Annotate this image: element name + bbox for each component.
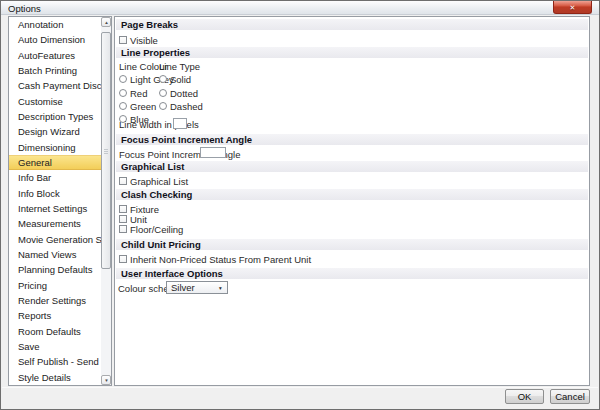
sidebar-item-named-views[interactable]: Named Views	[9, 247, 101, 262]
chevron-down-icon: ▼	[218, 285, 223, 291]
floor-ceiling-checkbox[interactable]	[119, 225, 127, 233]
sidebar-item-movie-generation-settings[interactable]: Movie Generation Settings	[9, 232, 101, 247]
radio-dashed[interactable]	[159, 102, 167, 110]
section-header-page-breaks: Page Breaks	[116, 19, 588, 30]
section-header-line-properties: Line Properties	[116, 47, 588, 58]
sidebar-item-save[interactable]: Save	[9, 339, 101, 354]
line-type-option-row: Dashed	[159, 101, 203, 111]
line-type-option-row: Dotted	[159, 88, 198, 98]
scroll-up-button[interactable]: ▲	[101, 17, 111, 27]
section-header-ui-options: User Interface Options	[116, 268, 588, 279]
sidebar-item-info-bar[interactable]: Info Bar	[9, 170, 101, 185]
options-dialog: Options ✕ Annotation Auto Dimension Auto…	[0, 0, 600, 410]
line-width-input[interactable]	[173, 118, 187, 129]
sidebar-item-autofeatures[interactable]: AutoFeatures	[9, 48, 101, 63]
sidebar-scrollbar[interactable]: ▲ ▼	[101, 17, 111, 385]
close-icon: ✕	[570, 4, 576, 11]
sidebar-item-batch-printing[interactable]: Batch Printing	[9, 63, 101, 78]
close-button[interactable]: ✕	[553, 1, 592, 14]
inherit-non-priced-checkbox[interactable]	[119, 255, 127, 263]
ok-button[interactable]: OK	[505, 389, 544, 404]
sidebar-item-customise[interactable]: Customise	[9, 94, 101, 109]
unit-checkbox[interactable]	[119, 215, 127, 223]
radio-red[interactable]	[119, 89, 127, 97]
unit-row: Unit	[119, 214, 147, 224]
sidebar-item-internet-settings[interactable]: Internet Settings	[9, 201, 101, 216]
sidebar-item-style-details[interactable]: Style Details	[9, 370, 101, 385]
sidebar-item-info-block[interactable]: Info Block	[9, 186, 101, 201]
thumb-grip-icon	[104, 149, 108, 154]
graphical-list-row: Graphical List	[119, 176, 188, 186]
category-items: Annotation Auto Dimension AutoFeatures B…	[9, 17, 101, 385]
section-header-clash-checking: Clash Checking	[116, 189, 588, 200]
colour-scheme-dropdown[interactable]: Silver ▼	[166, 281, 228, 294]
sidebar-item-annotation[interactable]: Annotation	[9, 17, 101, 32]
graphical-list-checkbox[interactable]	[119, 177, 127, 185]
fixture-checkbox[interactable]	[119, 205, 127, 213]
sidebar-item-auto-dimension[interactable]: Auto Dimension	[9, 32, 101, 47]
focus-angle-input[interactable]	[200, 147, 226, 158]
sidebar-item-description-types[interactable]: Description Types	[9, 109, 101, 124]
line-colour-option-row: Green	[119, 101, 156, 111]
section-header-graphical-list: Graphical List	[116, 161, 588, 172]
radio-solid[interactable]	[159, 75, 167, 83]
scroll-up-icon: ▲	[104, 20, 108, 25]
line-type-option-row: Solid	[159, 74, 191, 84]
sidebar-item-render-settings[interactable]: Render Settings	[9, 293, 101, 308]
sidebar-item-dimensioning[interactable]: Dimensioning	[9, 140, 101, 155]
line-colour-option-row: Red	[119, 88, 147, 98]
category-list: Annotation Auto Dimension AutoFeatures B…	[8, 16, 112, 386]
sidebar-item-planning-defaults[interactable]: Planning Defaults	[9, 262, 101, 277]
visible-row: Visible	[119, 35, 158, 45]
settings-panel: Page Breaks Visible Line Properties Line…	[114, 16, 590, 386]
scroll-down-icon: ▼	[104, 378, 108, 383]
fixture-row: Fixture	[119, 204, 159, 214]
title-bar[interactable]: Options ✕	[1, 1, 599, 15]
window-title: Options	[8, 3, 41, 14]
line-type-column-label: Line Type	[159, 61, 200, 71]
cancel-button[interactable]: Cancel	[550, 389, 590, 404]
radio-green[interactable]	[119, 102, 127, 110]
section-header-focus-angle: Focus Point Increment Angle	[116, 134, 588, 145]
sidebar-item-pricing[interactable]: Pricing	[9, 278, 101, 293]
colour-scheme-value: Silver	[171, 282, 195, 293]
scrollbar-thumb[interactable]	[101, 32, 111, 269]
sidebar-item-room-defaults[interactable]: Room Defaults	[9, 324, 101, 339]
visible-checkbox[interactable]	[119, 36, 127, 44]
visible-label: Visible	[130, 35, 158, 46]
inherit-non-priced-row: Inherit Non-Priced Status From Parent Un…	[119, 254, 311, 264]
sidebar-item-reports[interactable]: Reports	[9, 308, 101, 323]
section-header-child-unit-pricing: Child Unit Pricing	[116, 239, 588, 250]
footer-divider	[2, 387, 598, 388]
sidebar-item-general[interactable]: General	[9, 155, 101, 170]
radio-dotted[interactable]	[159, 89, 167, 97]
sidebar-item-cash-payment-discounts[interactable]: Cash Payment Discounts	[9, 78, 101, 93]
floor-ceiling-row: Floor/Ceiling	[119, 224, 183, 234]
sidebar-item-self-publish[interactable]: Self Publish - Send to Viewer	[9, 354, 101, 369]
radio-light-grey[interactable]	[119, 75, 127, 83]
sidebar-item-design-wizard[interactable]: Design Wizard	[9, 124, 101, 139]
sidebar-item-measurements[interactable]: Measurements	[9, 216, 101, 231]
scroll-down-button[interactable]: ▼	[101, 375, 111, 385]
